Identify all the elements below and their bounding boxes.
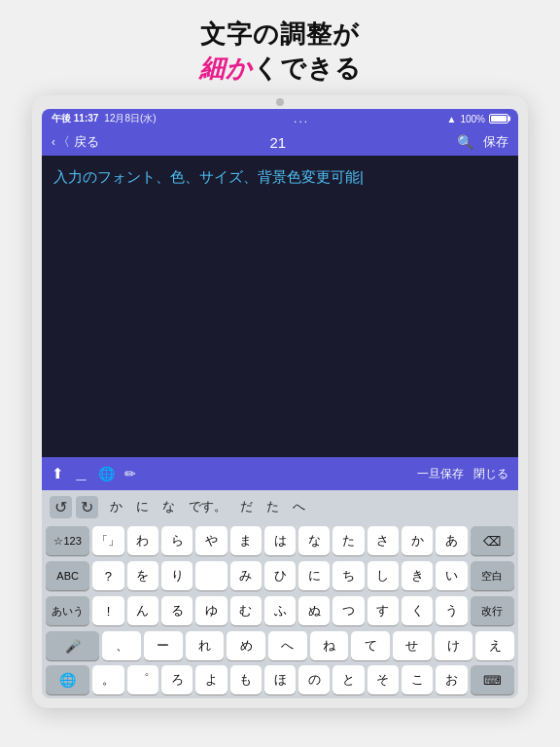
key-ki[interactable]: き: [402, 561, 433, 590]
key-e[interactable]: え: [475, 631, 514, 660]
key-to[interactable]: と: [332, 665, 364, 694]
key-ru[interactable]: る: [161, 596, 192, 625]
key-he[interactable]: へ: [268, 631, 307, 660]
key-nu[interactable]: ぬ: [298, 596, 330, 625]
key-i[interactable]: い: [436, 561, 467, 590]
editor-area[interactable]: 入力のフォント、色、サイズ、背景色変更可能|: [42, 156, 518, 457]
key-aiou[interactable]: あいう: [46, 596, 89, 625]
key-me[interactable]: め: [227, 631, 265, 660]
key-ke[interactable]: け: [435, 631, 473, 660]
key-chi[interactable]: ち: [332, 561, 364, 590]
key-ka[interactable]: か: [402, 526, 433, 555]
save-once-button[interactable]: 一旦保存: [417, 466, 464, 482]
keyboard-row-1: ☆123 「」 わ ら や ま は な た さ か あ ⌫: [42, 523, 518, 558]
key-u[interactable]: う: [436, 596, 467, 625]
toolbar-right: 一旦保存 閉じる: [417, 466, 508, 482]
key-mo[interactable]: も: [230, 665, 262, 694]
toolbar-left: ⬆ ＿ 🌐 ✏: [52, 465, 136, 483]
search-icon[interactable]: 🔍: [457, 134, 473, 150]
key-re[interactable]: れ: [186, 631, 225, 660]
key-ma[interactable]: ま: [230, 526, 262, 555]
app-header: 文字の調整が 細かくできる: [0, 0, 560, 95]
key-ro[interactable]: ろ: [161, 665, 192, 694]
key-comma[interactable]: 、: [102, 631, 141, 660]
suggestion-bar: か に な です。 だ た へ: [110, 498, 305, 516]
key-tsu[interactable]: つ: [332, 596, 364, 625]
nav-back-label: 〈 戻る: [57, 133, 99, 151]
key-ta[interactable]: た: [332, 526, 364, 555]
key-shi[interactable]: し: [368, 561, 399, 590]
battery-icon: [489, 114, 508, 124]
status-left: 午後 11:37 12月8日(水): [52, 112, 157, 125]
suggestion-5[interactable]: た: [266, 498, 279, 516]
close-button[interactable]: 閉じる: [473, 466, 508, 482]
minus-icon[interactable]: ＿: [74, 465, 88, 483]
redo-button[interactable]: ↻: [76, 496, 98, 518]
key-ri[interactable]: り: [161, 561, 192, 590]
key-se[interactable]: せ: [393, 631, 432, 660]
key-na[interactable]: な: [298, 526, 330, 555]
undo-button[interactable]: ↺: [50, 496, 72, 518]
key-hi[interactable]: ひ: [264, 561, 296, 590]
key-empty[interactable]: [195, 561, 227, 590]
key-no[interactable]: の: [298, 665, 330, 694]
key-question[interactable]: ?: [92, 561, 123, 590]
header-suffix: くできる: [253, 53, 362, 83]
key-special-123[interactable]: ☆123: [46, 526, 89, 555]
key-sa[interactable]: さ: [368, 526, 399, 555]
key-yo[interactable]: よ: [195, 665, 227, 694]
key-ko[interactable]: こ: [402, 665, 433, 694]
suggestion-3[interactable]: です。: [189, 498, 227, 516]
globe-key[interactable]: 🌐: [46, 665, 89, 694]
key-a[interactable]: あ: [436, 526, 467, 555]
keyboard-row-3: あいう ! ん る ゆ む ふ ぬ つ す く う 改行: [42, 593, 518, 628]
key-abc[interactable]: ABC: [46, 561, 89, 590]
enter-key[interactable]: 改行: [471, 596, 514, 625]
delete-key[interactable]: ⌫: [471, 526, 514, 555]
suggestion-1[interactable]: に: [136, 498, 149, 516]
key-yu[interactable]: ゆ: [195, 596, 227, 625]
suggestion-6[interactable]: へ: [293, 498, 305, 516]
key-wa[interactable]: わ: [127, 526, 158, 555]
battery-pct: 100%: [460, 114, 485, 124]
key-n[interactable]: ん: [127, 596, 158, 625]
key-dakuten[interactable]: ゜: [127, 665, 158, 694]
key-ne[interactable]: ね: [310, 631, 349, 660]
key-ku[interactable]: く: [402, 596, 433, 625]
key-bracket[interactable]: 「」: [92, 526, 123, 555]
wifi-icon: ▲: [447, 114, 457, 124]
key-ha[interactable]: は: [264, 526, 296, 555]
mic-key[interactable]: 🎤: [46, 631, 100, 660]
nav-center-label: 21: [269, 134, 286, 151]
header-line2: 細かくできる: [19, 52, 541, 86]
key-ni[interactable]: に: [298, 561, 330, 590]
key-exclaim[interactable]: !: [92, 596, 123, 625]
keyboard-icon-key[interactable]: ⌨: [471, 665, 514, 694]
key-ya[interactable]: や: [195, 526, 227, 555]
device-camera: [276, 98, 284, 106]
key-dash[interactable]: ー: [144, 631, 183, 660]
share-icon[interactable]: ⬆: [52, 465, 64, 482]
editor-text: 入力のフォント、色、サイズ、背景色変更可能|: [53, 168, 364, 185]
keyboard-row-2: ABC ? を り み ひ に ち し き い 空白: [42, 558, 518, 593]
key-so[interactable]: そ: [368, 665, 399, 694]
key-ra[interactable]: ら: [161, 526, 192, 555]
save-button[interactable]: 保存: [483, 133, 508, 151]
status-center: ...: [294, 112, 309, 125]
key-su[interactable]: す: [368, 596, 399, 625]
suggestion-4[interactable]: だ: [240, 498, 253, 516]
space-key[interactable]: 空白: [471, 561, 514, 590]
edit-icon[interactable]: ✏: [124, 466, 136, 481]
key-te[interactable]: て: [351, 631, 390, 660]
key-ho[interactable]: ほ: [264, 665, 296, 694]
globe-icon[interactable]: 🌐: [98, 466, 115, 481]
key-mu[interactable]: む: [230, 596, 262, 625]
key-mi[interactable]: み: [230, 561, 262, 590]
key-fu[interactable]: ふ: [264, 596, 296, 625]
suggestion-0[interactable]: か: [110, 498, 122, 516]
key-o[interactable]: お: [436, 665, 467, 694]
key-period[interactable]: 。: [92, 665, 123, 694]
nav-back-button[interactable]: ‹ 〈 戻る: [52, 133, 99, 151]
suggestion-2[interactable]: な: [162, 498, 175, 516]
key-wo[interactable]: を: [127, 561, 158, 590]
